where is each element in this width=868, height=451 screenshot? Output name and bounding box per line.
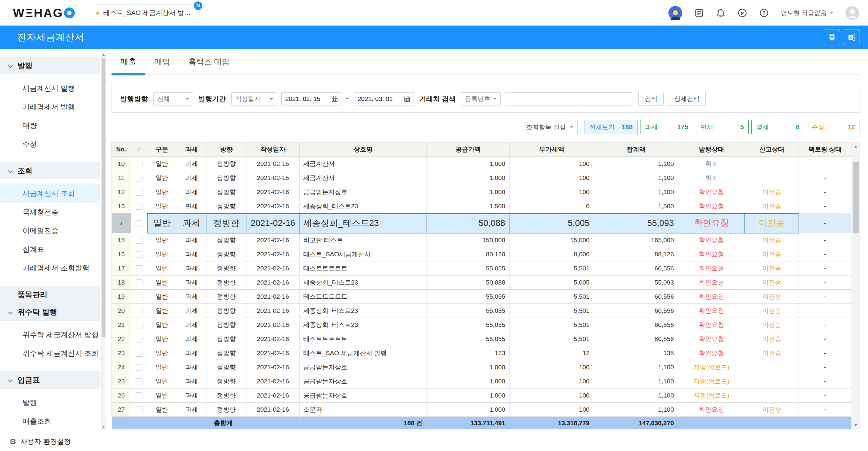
sidebar-item[interactable]: 위수탁 세금계산서 발행 xyxy=(0,325,100,344)
column-header[interactable]: 작성일자 xyxy=(246,142,299,157)
table-row[interactable]: 23일반과세정방향2021-02-16테스트_SAO 세금계산서 발행12312… xyxy=(112,346,851,360)
tab-1[interactable]: 매출 xyxy=(112,49,145,74)
scroll-up-icon[interactable]: ▲ xyxy=(852,143,860,150)
column-header[interactable]: 공급가액 xyxy=(427,142,510,157)
filter-chip[interactable]: 영세8 xyxy=(751,120,804,134)
filter-chip[interactable]: 과세175 xyxy=(640,120,693,134)
column-header[interactable]: 과세 xyxy=(177,142,206,157)
sidebar-item[interactable]: 세금계산서 발행 xyxy=(0,79,100,98)
sidebar-item[interactable]: 집계표 xyxy=(0,240,100,259)
bell-icon[interactable] xyxy=(716,8,725,18)
table-row[interactable]: ›일반과세정방향2021-02-16세종상회_테스트2350,0885,0055… xyxy=(112,213,851,233)
sidebar-item[interactable]: 대량 xyxy=(0,116,100,135)
sidebar-section-header[interactable]: 품목관리 xyxy=(0,286,100,303)
search-button[interactable]: 검색 xyxy=(639,92,663,106)
user-settings-button[interactable]: ⚙ 사용자 환경설정 xyxy=(0,432,107,451)
table-row[interactable]: 24일반과세정방향2021-02-16공급받는자상호1,0001001,100저… xyxy=(112,360,851,375)
wehago-logo[interactable]: WΞHAG xyxy=(13,6,75,20)
table-row[interactable]: 17일반과세정방향2021-02-16테스트트트트트55,0555,50160,… xyxy=(112,261,851,276)
row-checkbox[interactable] xyxy=(136,350,143,357)
table-row[interactable]: 25일반과세정방향2021-02-16공급받는자상호1,0001001,100저… xyxy=(112,375,851,388)
row-checkbox[interactable] xyxy=(136,294,143,300)
filter-chip[interactable]: 면세5 xyxy=(696,120,749,134)
avatar[interactable] xyxy=(669,6,682,20)
date-to-input[interactable]: 2021. 03. 01 xyxy=(354,92,414,105)
sidebar-item[interactable]: 세금계산서 조회 xyxy=(0,184,100,203)
sidebar-section-header[interactable]: 입금표 xyxy=(0,371,100,388)
scroll-up-icon[interactable]: ▲ xyxy=(101,52,106,57)
filter-chip[interactable]: 수정12 xyxy=(807,120,860,134)
row-checkbox[interactable] xyxy=(136,237,143,244)
table-row[interactable]: 19일반과세정방향2021-02-16테스트트트트트55,0555,50160,… xyxy=(112,290,851,304)
sidebar-item[interactable]: 이메일전송 xyxy=(0,221,100,240)
column-header[interactable]: 구분 xyxy=(147,142,177,157)
table-row[interactable]: 18일반과세정방향2021-02-16세종상회_테스트2350,0885,005… xyxy=(112,276,851,290)
period-type-select[interactable]: 작성일자 xyxy=(231,92,277,105)
table-row[interactable]: 21일반과세정방향2021-02-16세종상회_테스트2355,0555,501… xyxy=(112,318,851,332)
scrollbar-thumb[interactable] xyxy=(853,162,859,233)
scroll-down-icon[interactable]: ▼ xyxy=(101,424,106,429)
row-checkbox[interactable] xyxy=(136,392,143,399)
sidebar-item[interactable]: 거래명세서 발행 xyxy=(0,98,100,116)
tab-2[interactable]: 매입 xyxy=(146,49,179,74)
sidebar-item[interactable]: 수정 xyxy=(0,135,100,154)
user-menu[interactable]: 염보현 직급없음 xyxy=(781,9,833,17)
row-checkbox[interactable] xyxy=(136,364,143,371)
column-header[interactable]: 방향 xyxy=(207,142,246,157)
table-row[interactable]: 12일반과세정방향2021-02-16공급받는자상호1,0001001,100확… xyxy=(112,185,851,199)
column-header[interactable]: 합계액 xyxy=(594,142,678,157)
row-checkbox[interactable] xyxy=(136,251,143,258)
table-row[interactable]: 13일반면세정방향2021-02-16세종상회_테스트231,50001,500… xyxy=(112,199,851,213)
direction-select[interactable]: 전체 xyxy=(153,92,193,105)
sidebar-item[interactable]: 위수탁 세금계산서 조회 xyxy=(0,344,100,363)
column-header[interactable]: 상호명 xyxy=(300,142,427,157)
scroll-down-icon[interactable]: ▼ xyxy=(852,422,860,428)
view-settings-button[interactable]: 조회항목 설정 xyxy=(522,120,578,134)
service-tab[interactable]: 테스트_SAO 세금계산서 발… N xyxy=(89,4,200,21)
row-checkbox[interactable] xyxy=(136,203,143,210)
tab-3[interactable]: 홈택스 매입 xyxy=(180,49,239,74)
row-checkbox[interactable] xyxy=(136,265,143,272)
sidebar-scrollbar[interactable]: ▲ ▼ xyxy=(101,52,106,430)
profile-avatar[interactable] xyxy=(845,6,859,20)
memo-icon[interactable] xyxy=(694,8,704,18)
row-checkbox[interactable] xyxy=(136,175,143,182)
column-header[interactable]: 신고상태 xyxy=(745,142,799,157)
sidebar-item[interactable]: 국세청전송 xyxy=(0,203,100,221)
row-checkbox[interactable] xyxy=(136,407,143,413)
column-header[interactable]: 발행상태 xyxy=(678,142,745,157)
row-checkbox[interactable] xyxy=(136,280,143,286)
row-checkbox[interactable] xyxy=(136,336,143,343)
table-row[interactable]: 26일반과세정방향2021-02-16공급받는자상호1,0001001,100저… xyxy=(112,388,851,402)
table-scrollbar[interactable]: ▲ ▼ xyxy=(852,142,860,429)
row-checkbox[interactable] xyxy=(136,308,143,314)
row-checkbox[interactable] xyxy=(136,378,143,385)
table-row[interactable]: 27일반과세정방향2021-02-16소문자1,0001001,100확인요청미… xyxy=(112,402,851,417)
table-row[interactable]: 22일반과세정방향2021-02-16테스트트트트트55,0555,50160,… xyxy=(112,332,851,346)
row-checkbox[interactable] xyxy=(136,161,143,167)
help-icon[interactable]: ? xyxy=(759,8,769,18)
table-row[interactable]: 10일반과세정방향2021-02-15세금계산서1,0001001,100취소- xyxy=(112,157,851,171)
column-header[interactable]: No. xyxy=(112,142,131,157)
point-icon[interactable]: P xyxy=(738,8,747,18)
print-button[interactable] xyxy=(824,29,840,45)
row-checkbox[interactable] xyxy=(136,189,143,196)
table-row[interactable]: 20일반과세정방향2021-02-16세종상회_테스트2355,0555,501… xyxy=(112,304,851,318)
sidebar-item[interactable]: 거래명세서 조회발행 xyxy=(0,259,100,277)
detail-search-button[interactable]: 상세검색 xyxy=(668,92,706,106)
row-checkbox[interactable] xyxy=(136,322,143,328)
table-row[interactable]: 16일반과세정방향2021-02-16테스트_SAO세금계산서80,1208,0… xyxy=(112,247,851,261)
sidebar-item[interactable]: 매출조회 xyxy=(0,412,100,430)
sidebar-item[interactable]: 발행 xyxy=(0,393,100,412)
filter-chip[interactable]: 전체보기188 xyxy=(585,120,638,134)
sidebar-section-header[interactable]: 발행 xyxy=(0,57,100,74)
partner-search-input[interactable] xyxy=(505,92,632,105)
sidebar-section-header[interactable]: 조회 xyxy=(0,162,100,180)
column-header[interactable]: 부가세액 xyxy=(509,142,594,157)
date-from-input[interactable]: 2021. 02. 15 xyxy=(281,92,341,105)
table-row[interactable]: 11일반과세정방향2021-02-15세금계산서1,0001001,100취소- xyxy=(112,171,851,185)
scrollbar-thumb[interactable] xyxy=(102,58,105,337)
column-header[interactable]: ✓ xyxy=(131,142,147,157)
partner-type-select[interactable]: 등록번호 xyxy=(461,92,501,105)
row-checkbox[interactable] xyxy=(135,220,142,227)
